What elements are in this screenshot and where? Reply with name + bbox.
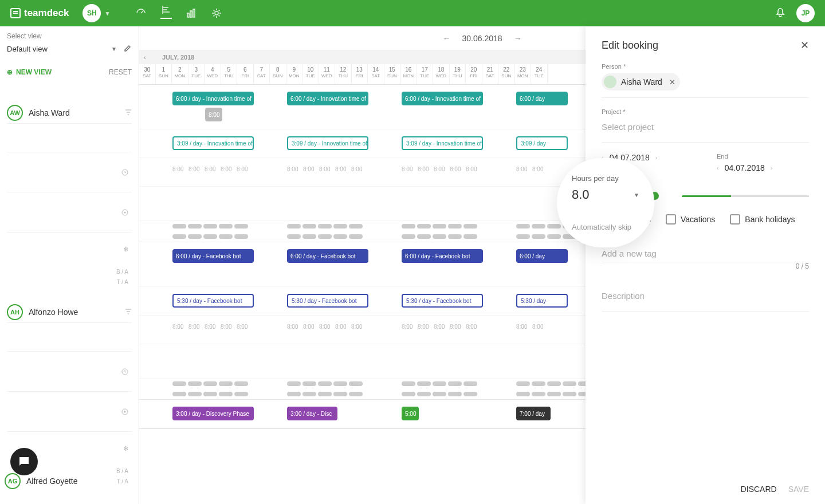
edit-view-icon[interactable] bbox=[124, 44, 132, 54]
reset-button[interactable]: RESET bbox=[109, 68, 132, 76]
project-select[interactable]: Select project bbox=[602, 119, 809, 135]
booking-bar[interactable]: 6:00 / day - Facebook bot bbox=[287, 249, 368, 263]
booking-bar[interactable]: 3:00 / day - Discovery Phase bbox=[172, 407, 254, 420]
filter-icon[interactable] bbox=[125, 109, 132, 117]
svg-point-10 bbox=[124, 411, 126, 412]
sidebar: Select view Default view ▼ ⊕ NEW VIEW RE… bbox=[0, 26, 139, 504]
day-column: 30SAT bbox=[139, 64, 156, 84]
booking-bar[interactable]: 7:00 / day bbox=[516, 407, 551, 420]
user-avatar[interactable]: JP bbox=[796, 4, 815, 22]
schedule-icon[interactable] bbox=[160, 7, 172, 19]
availability-value: 8:00 bbox=[532, 166, 543, 172]
end-date-next[interactable]: › bbox=[771, 164, 773, 171]
resource-row[interactable]: AW Aisha Ward bbox=[7, 88, 132, 123]
remove-person-button[interactable]: ✕ bbox=[669, 78, 675, 86]
workspace-switcher[interactable]: SH ▼ bbox=[82, 4, 110, 22]
bank-holidays-checkbox[interactable]: Bank holidays bbox=[730, 214, 795, 225]
description-input[interactable]: Description bbox=[602, 288, 809, 304]
booking-bar[interactable]: 5:00 bbox=[402, 407, 419, 420]
booking-bar[interactable]: 3:09 / day - Innovation time of bbox=[402, 136, 483, 150]
dashboard-icon[interactable] bbox=[135, 7, 147, 19]
booking-bar[interactable]: 8:00 bbox=[205, 108, 222, 121]
person-chip[interactable]: Aisha Ward ✕ bbox=[602, 73, 680, 90]
availability-value: 8:00 bbox=[287, 324, 298, 330]
tags-input[interactable]: Add a new tag bbox=[602, 245, 809, 262]
month-back-button[interactable]: ‹ bbox=[144, 54, 146, 61]
chevron-down-icon: ▼ bbox=[634, 192, 639, 198]
ba-row: B / A bbox=[7, 266, 132, 277]
availability-value: 8:00 bbox=[351, 324, 362, 330]
person-label: Person * bbox=[602, 63, 809, 70]
availability-value: 8:00 bbox=[205, 324, 215, 330]
booking-bar[interactable]: 6:00 / day bbox=[516, 92, 568, 105]
booking-bar[interactable]: 6:00 / day bbox=[516, 249, 568, 263]
day-column: 8SUN bbox=[270, 64, 286, 84]
vacations-checkbox[interactable]: Vacations bbox=[666, 214, 715, 225]
day-column: 23MON bbox=[515, 64, 532, 84]
svg-rect-3 bbox=[193, 9, 195, 17]
next-period-button[interactable]: → bbox=[512, 32, 524, 45]
hours-slider[interactable] bbox=[682, 195, 809, 197]
app-header: teamdeck SH ▼ JP bbox=[0, 0, 825, 26]
logo[interactable]: teamdeck bbox=[10, 7, 69, 19]
availability-value: 8:00 bbox=[319, 166, 330, 172]
new-view-button[interactable]: ⊕ NEW VIEW bbox=[7, 68, 52, 76]
availability-value: 8:00 bbox=[319, 324, 330, 330]
availability-value: 8:00 bbox=[221, 324, 231, 330]
booking-bar[interactable]: 5:30 / day bbox=[516, 294, 568, 308]
svg-point-4 bbox=[215, 11, 218, 15]
close-panel-button[interactable]: ✕ bbox=[800, 39, 809, 52]
chevron-down-icon: ▼ bbox=[111, 46, 117, 52]
booking-bar[interactable]: 3:00 / day - Disc bbox=[287, 407, 337, 420]
availability-value: 8:00 bbox=[237, 166, 247, 172]
day-column: 18WED bbox=[433, 64, 450, 84]
availability-value: 8:00 bbox=[516, 324, 527, 330]
day-column: 12THU bbox=[335, 64, 352, 84]
ta-row: T / A bbox=[7, 277, 132, 287]
svg-rect-1 bbox=[187, 13, 189, 17]
day-column: 19THU bbox=[450, 64, 466, 84]
tags-count: 0 / 5 bbox=[602, 262, 809, 270]
end-date-value[interactable]: 04.07.2018 bbox=[725, 163, 765, 172]
booking-bar[interactable]: 6:00 / day - Facebook bot bbox=[172, 249, 254, 263]
filter-icon[interactable] bbox=[125, 308, 132, 317]
booking-bar[interactable]: 5:30 / day - Facebook bot bbox=[287, 294, 368, 308]
notifications-icon[interactable] bbox=[775, 6, 786, 20]
booking-bar[interactable]: 6:00 / day - Innovation time of bbox=[287, 92, 368, 105]
day-column: 3TUE bbox=[188, 64, 205, 84]
discard-button[interactable]: DISCARD bbox=[741, 485, 777, 494]
booking-bar[interactable]: 5:30 / day - Facebook bot bbox=[402, 294, 483, 308]
booking-bar[interactable]: 5:30 / day - Facebook bot bbox=[172, 294, 254, 308]
end-label: End bbox=[717, 153, 809, 160]
availability-value: 8:00 bbox=[335, 166, 346, 172]
availability-value: 8:00 bbox=[188, 324, 199, 330]
prev-period-button[interactable]: ← bbox=[440, 32, 453, 45]
chat-launcher-button[interactable] bbox=[10, 448, 38, 475]
day-column: 14SAT bbox=[368, 64, 384, 84]
settings-icon[interactable] bbox=[211, 7, 222, 19]
booking-bar[interactable]: 6:00 / day - Innovation time of bbox=[172, 92, 254, 105]
availability-value: 8:00 bbox=[434, 324, 445, 330]
person-avatar-icon bbox=[604, 76, 616, 88]
day-column: 16MON bbox=[400, 64, 417, 84]
checkbox-icon bbox=[666, 214, 676, 225]
resource-row[interactable]: AG Alfred Goyette bbox=[5, 473, 78, 489]
resource-row[interactable]: AH Alfonzo Howe bbox=[7, 287, 132, 322]
save-button[interactable]: SAVE bbox=[788, 485, 809, 494]
end-date-prev[interactable]: ‹ bbox=[717, 164, 719, 171]
booking-bar[interactable]: 6:00 / day - Innovation time of bbox=[402, 92, 483, 105]
start-date-next[interactable]: › bbox=[655, 154, 658, 161]
booking-bar[interactable]: 3:09 / day - Innovation time of bbox=[172, 136, 254, 150]
booking-bar[interactable]: 3:09 / day - Innovation time of bbox=[287, 136, 368, 150]
workspace-avatar: SH bbox=[82, 4, 101, 22]
booking-bar[interactable]: 3:09 / day bbox=[516, 136, 568, 150]
booking-bar[interactable]: 6:00 / day - Facebook bot bbox=[402, 249, 483, 263]
day-column: 6FRI bbox=[237, 64, 254, 84]
availability-value: 8:00 bbox=[287, 166, 298, 172]
hours-value-select[interactable]: 8.0 ▼ bbox=[572, 187, 639, 202]
view-selector[interactable]: Default view ▼ bbox=[7, 42, 117, 56]
availability-value: 8:00 bbox=[516, 166, 527, 172]
logo-icon bbox=[10, 8, 21, 18]
reports-icon[interactable] bbox=[186, 7, 197, 19]
availability-value: 8:00 bbox=[303, 324, 314, 330]
